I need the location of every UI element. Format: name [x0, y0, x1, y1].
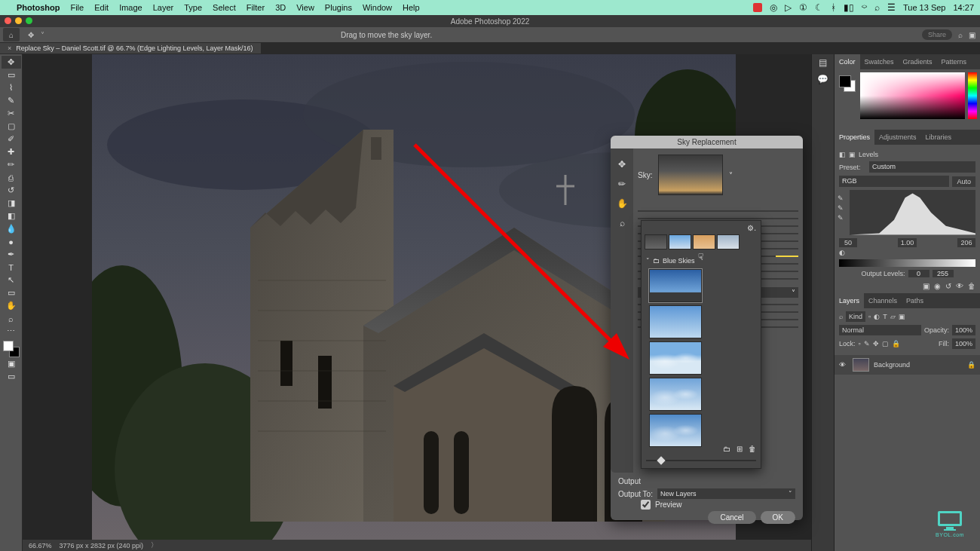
- tool-blur[interactable]: 💧: [2, 222, 21, 235]
- opacity-input[interactable]: 100%: [952, 325, 975, 335]
- folder-disclosure-icon[interactable]: ˅: [646, 257, 650, 265]
- output-to-select[interactable]: New Layers˅: [657, 488, 795, 499]
- menubar-time[interactable]: 14:27: [953, 3, 974, 12]
- comments-panel-icon[interactable]: 💬: [817, 74, 828, 84]
- menu-3d[interactable]: 3D: [275, 3, 286, 12]
- sky-preset-thumb[interactable]: [649, 341, 702, 375]
- lock-pixels-icon[interactable]: ✎: [864, 340, 870, 347]
- tool-rectangle[interactable]: ▭: [2, 286, 21, 299]
- tool-eyedropper[interactable]: ✐: [2, 133, 21, 145]
- home-button[interactable]: ⌂: [3, 28, 20, 41]
- workspace-icon[interactable]: ▣: [969, 31, 975, 39]
- tab-channels[interactable]: Channels: [864, 293, 902, 308]
- search-icon[interactable]: ⌕: [958, 31, 963, 39]
- status-chevron-icon[interactable]: 〉: [151, 540, 158, 550]
- tool-heal[interactable]: ✚: [2, 145, 21, 158]
- tool-quick-select[interactable]: ✎: [2, 94, 21, 107]
- menu-filter[interactable]: Filter: [247, 3, 265, 12]
- status-battery-icon[interactable]: ▮▯: [844, 2, 854, 13]
- dialog-brush-tool-icon[interactable]: ✏: [618, 179, 626, 189]
- window-minimize-button[interactable]: [15, 17, 22, 24]
- thumbnail-size-handle[interactable]: [657, 456, 665, 464]
- ok-button[interactable]: OK: [761, 511, 795, 524]
- dialog-move-tool-icon[interactable]: ✥: [618, 159, 626, 170]
- sky-preset-thumb[interactable]: [649, 305, 702, 338]
- tool-stamp[interactable]: ⎙: [2, 171, 21, 184]
- window-close-button[interactable]: [5, 17, 11, 24]
- tool-crop[interactable]: ✂: [2, 107, 21, 120]
- dialog-slider[interactable]: [638, 218, 798, 219]
- tool-dodge[interactable]: ●: [2, 235, 21, 248]
- menu-layer[interactable]: Layer: [153, 3, 174, 12]
- wb-icon[interactable]: ◐: [839, 249, 845, 256]
- menu-help[interactable]: Help: [403, 3, 420, 12]
- tool-screen-mode[interactable]: ▭: [2, 370, 21, 383]
- tab-adjustments[interactable]: Adjustments: [874, 130, 921, 145]
- reset-icon[interactable]: ↺: [945, 282, 951, 290]
- menu-view[interactable]: View: [296, 3, 314, 12]
- document-dimensions[interactable]: 3776 px x 2832 px (240 ppi): [60, 542, 144, 549]
- sky-dropdown-icon[interactable]: ˅: [729, 171, 733, 179]
- tool-path-select[interactable]: ↖: [2, 274, 21, 286]
- window-maximize-button[interactable]: [26, 17, 32, 24]
- color-fg-bg-swatch[interactable]: [839, 75, 856, 92]
- menubar-date[interactable]: Tue 13 Sep: [903, 3, 945, 12]
- recent-sky-thumb[interactable]: [693, 234, 715, 249]
- delete-preset-icon[interactable]: 🗑: [749, 445, 756, 453]
- status-sync-icon[interactable]: ◎: [770, 2, 777, 13]
- sky-preset-picker[interactable]: ⚙. ˅ 🗀 Blue Skies 🗀 ⊞ 🗑: [641, 220, 761, 469]
- status-play-icon[interactable]: ▷: [785, 2, 792, 13]
- status-wifi-icon[interactable]: ⌔: [862, 2, 867, 13]
- layer-thumbnail[interactable]: [853, 358, 869, 372]
- menu-file[interactable]: File: [70, 3, 84, 12]
- tool-eraser[interactable]: ◨: [2, 197, 21, 210]
- zoom-level[interactable]: 66.67%: [29, 542, 52, 549]
- cancel-button[interactable]: Cancel: [708, 511, 755, 524]
- output-gradient[interactable]: [839, 259, 975, 267]
- fill-input[interactable]: 100%: [952, 338, 975, 349]
- toggle-visibility-icon[interactable]: 👁: [956, 282, 963, 290]
- tool-gradient[interactable]: ◧: [2, 210, 21, 222]
- tool-zoom[interactable]: ⌕: [2, 312, 21, 325]
- menu-plugins[interactable]: Plugins: [325, 3, 352, 12]
- recent-sky-thumb[interactable]: [669, 234, 691, 249]
- tab-paths[interactable]: Paths: [902, 293, 928, 308]
- sky-preset-thumb[interactable]: [649, 378, 702, 411]
- blend-mode-select[interactable]: Normal: [839, 325, 921, 335]
- tab-gradients[interactable]: Gradients: [899, 54, 937, 69]
- preset-select[interactable]: Custom: [869, 161, 975, 173]
- filter-adjust-icon[interactable]: ◐: [874, 313, 880, 320]
- tool-options-chevron-icon[interactable]: ˅: [41, 31, 44, 39]
- menu-image[interactable]: Image: [119, 3, 142, 12]
- histogram[interactable]: [850, 190, 975, 235]
- menu-type[interactable]: Type: [184, 3, 202, 12]
- recent-sky-thumb[interactable]: [645, 234, 667, 249]
- layer-visibility-icon[interactable]: 👁: [839, 361, 848, 369]
- tool-move[interactable]: ✥: [2, 56, 21, 69]
- menu-window[interactable]: Window: [363, 3, 392, 12]
- tool-edit-toolbar[interactable]: ⋯: [2, 325, 21, 338]
- delete-adjustment-icon[interactable]: 🗑: [968, 282, 975, 290]
- sky-preview-thumbnail[interactable]: [658, 155, 723, 195]
- lock-artboard-icon[interactable]: ▢: [882, 340, 889, 347]
- tool-marquee[interactable]: ▭: [2, 69, 21, 81]
- view-previous-icon[interactable]: ◉: [934, 282, 941, 290]
- sky-folder-row[interactable]: ˅ 🗀 Blue Skies: [645, 254, 758, 268]
- tool-frame[interactable]: ▢: [2, 120, 21, 133]
- eyedropper-white-icon[interactable]: ✎: [838, 214, 844, 222]
- new-preset-icon[interactable]: ⊞: [737, 445, 743, 453]
- tab-layers[interactable]: Layers: [835, 293, 864, 308]
- layer-lock-icon[interactable]: 🔒: [967, 361, 975, 369]
- color-picker-field[interactable]: [860, 72, 965, 119]
- eyedropper-black-icon[interactable]: ✎: [838, 194, 844, 202]
- tool-brush[interactable]: ✏: [2, 158, 21, 171]
- dialog-slider[interactable]: [638, 210, 798, 212]
- eyedropper-gray-icon[interactable]: ✎: [838, 204, 844, 212]
- menu-select[interactable]: Select: [213, 3, 236, 12]
- status-spotlight-icon[interactable]: ⌕: [874, 2, 880, 13]
- histogram-panel-icon[interactable]: ▤: [819, 57, 827, 68]
- hue-slider[interactable]: [968, 72, 977, 119]
- levels-highlight-input[interactable]: 206: [957, 238, 975, 247]
- channel-select[interactable]: RGB: [839, 176, 949, 187]
- tab-properties[interactable]: Properties: [835, 130, 874, 145]
